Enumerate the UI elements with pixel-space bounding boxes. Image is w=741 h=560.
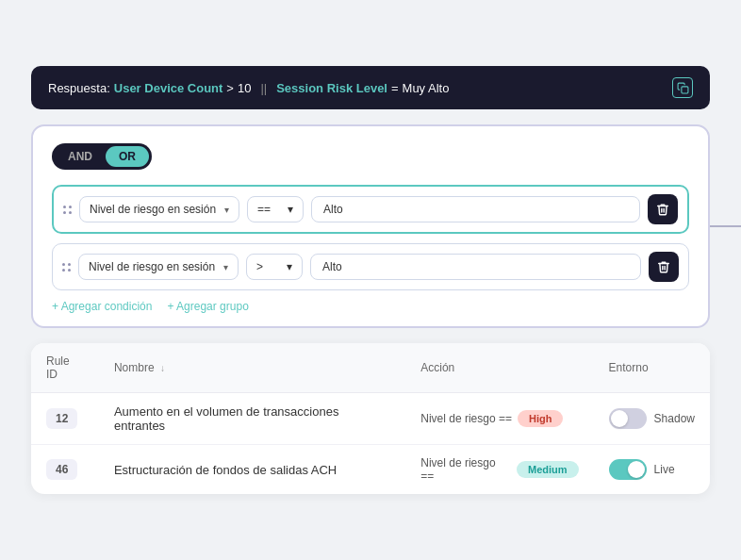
banner-highlight2: Session Risk Level	[276, 81, 387, 95]
cell-entorno-1: Live	[594, 445, 710, 495]
cell-rule-id-0: 12	[31, 393, 99, 445]
condition-card-wrapper: AND OR Nivel de riesgo en sesión ▾ == ▾	[31, 124, 710, 328]
delete-btn-0[interactable]	[648, 194, 678, 224]
toggle-group: AND OR	[52, 143, 152, 170]
condition-row-0: Nivel de riesgo en sesión ▾ == ▾	[52, 185, 689, 234]
and-toggle[interactable]: AND	[55, 146, 106, 167]
operator-select-1[interactable]: > ▾	[246, 254, 303, 280]
add-group-link[interactable]: + Agregar grupo	[167, 300, 248, 313]
field-select-0[interactable]: Nivel de riesgo en sesión ▾	[79, 196, 239, 222]
env-toggle-0[interactable]	[609, 408, 647, 429]
main-container: Respuesta: User Device Count > 10 || Ses…	[31, 66, 710, 494]
banner-val1: 10	[238, 81, 251, 95]
delete-btn-1[interactable]	[649, 252, 679, 282]
operator-chevron-1: ▾	[287, 260, 292, 273]
accion-cell-1: Nivel de riesgo == Medium	[420, 456, 578, 483]
banner-highlight1: User Device Count	[114, 81, 223, 95]
env-toggle-1[interactable]	[609, 459, 647, 480]
condition-row-1: Nivel de riesgo en sesión ▾ > ▾	[52, 243, 689, 290]
table-header-row: Rule ID Nombre ↓ Acción Entorno	[31, 343, 710, 393]
operator-select-1-value: >	[256, 260, 263, 273]
col-rule-id: Rule ID	[31, 343, 99, 393]
field-chevron-0: ▾	[224, 205, 229, 215]
banner-separator: ||	[260, 81, 267, 95]
cell-entorno-0: Shadow	[594, 393, 710, 445]
drag-handle-0[interactable]	[63, 206, 72, 214]
banner-val2: Muy Alto	[403, 81, 450, 95]
operator-select-0[interactable]: == ▾	[247, 196, 304, 222]
rule-id-badge-1: 46	[46, 459, 77, 480]
accion-cell-0: Nivel de riesgo == High	[420, 410, 578, 427]
cell-nombre-0: Aumento en el volumen de transacciones e…	[99, 393, 405, 445]
add-links: + Agregar condición + Agregar grupo	[52, 300, 689, 313]
drag-handle-1[interactable]	[62, 263, 71, 272]
env-cell-1: Live	[609, 459, 695, 480]
banner-op2: =	[391, 81, 399, 95]
field-select-1-value: Nivel de riesgo en sesión	[89, 260, 215, 273]
condition-card: AND OR Nivel de riesgo en sesión ▾ == ▾	[31, 124, 710, 328]
table-row-1: 46 Estructuración de fondos de salidas A…	[31, 445, 710, 495]
nombre-sort-arrow: ↓	[160, 363, 165, 373]
col-nombre[interactable]: Nombre ↓	[99, 343, 405, 393]
results-card: Rule ID Nombre ↓ Acción Entorno	[31, 343, 710, 494]
table-row-0: 12 Aumento en el volumen de transaccione…	[31, 393, 710, 445]
env-label-0: Shadow	[654, 412, 695, 425]
operator-chevron-0: ▾	[288, 203, 293, 216]
cell-nombre-1: Estructuración de fondos de salidas ACH	[99, 445, 405, 495]
banner-op1: >	[226, 81, 234, 95]
banner-text: Respuesta: User Device Count > 10 || Ses…	[48, 81, 449, 95]
env-cell-0: Shadow	[609, 408, 695, 429]
value-input-0[interactable]	[311, 196, 640, 222]
accion-label-1: Nivel de riesgo ==	[420, 456, 511, 483]
cell-accion-0: Nivel de riesgo == High	[405, 393, 593, 445]
top-banner: Respuesta: User Device Count > 10 || Ses…	[31, 66, 710, 109]
field-select-0-value: Nivel de riesgo en sesión	[90, 203, 216, 216]
cell-rule-id-1: 46	[31, 445, 99, 495]
col-accion: Acción	[405, 343, 593, 393]
results-table: Rule ID Nombre ↓ Acción Entorno	[31, 343, 710, 494]
field-select-1[interactable]: Nivel de riesgo en sesión ▾	[78, 254, 239, 280]
copy-icon[interactable]	[672, 77, 693, 98]
env-label-1: Live	[654, 463, 675, 476]
accion-label-0: Nivel de riesgo ==	[420, 412, 512, 425]
operator-select-0-value: ==	[257, 203, 271, 216]
field-chevron-1: ▾	[223, 262, 228, 272]
or-toggle[interactable]: OR	[106, 146, 149, 167]
col-entorno: Entorno	[594, 343, 710, 393]
banner-prefix: Respuesta:	[48, 81, 110, 95]
cell-accion-1: Nivel de riesgo == Medium	[405, 445, 593, 495]
connector-h-line	[710, 225, 741, 227]
right-connector	[710, 222, 741, 230]
svg-rect-0	[681, 86, 687, 92]
rule-id-badge-0: 12	[46, 408, 77, 429]
accion-badge-1: Medium	[517, 461, 579, 478]
add-condition-link[interactable]: + Agregar condición	[52, 300, 152, 313]
accion-badge-0: High	[518, 410, 563, 427]
value-input-1[interactable]	[310, 254, 641, 280]
